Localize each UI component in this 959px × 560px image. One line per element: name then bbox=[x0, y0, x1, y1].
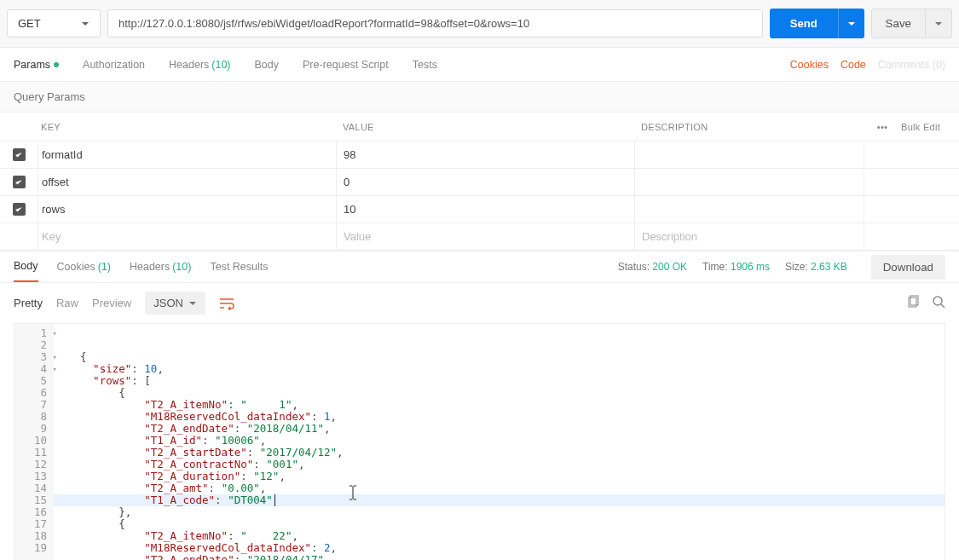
send-button[interactable]: Send bbox=[770, 9, 838, 38]
tab-label: Params bbox=[14, 59, 50, 71]
key-cell[interactable]: formatId bbox=[38, 141, 336, 168]
desc-cell[interactable] bbox=[634, 169, 864, 195]
value-cell[interactable]: 98 bbox=[336, 141, 634, 168]
tab-prerequest[interactable]: Pre-request Script bbox=[303, 48, 389, 81]
time-label: Time: bbox=[702, 261, 728, 273]
chevron-down-icon bbox=[934, 20, 943, 28]
send-more-button[interactable] bbox=[838, 9, 864, 38]
search-button[interactable] bbox=[932, 295, 945, 311]
size-value[interactable]: 2.63 KB bbox=[811, 261, 847, 273]
active-dot-icon bbox=[54, 62, 59, 67]
wrap-icon bbox=[219, 297, 234, 310]
col-value: VALUE bbox=[336, 122, 634, 132]
copy-button[interactable] bbox=[906, 295, 920, 311]
key-input[interactable]: Key bbox=[38, 223, 336, 250]
checkbox[interactable] bbox=[13, 148, 26, 161]
bulk-edit-button[interactable]: Bulk Edit bbox=[901, 122, 959, 132]
params-table: KEY VALUE DESCRIPTION ••• Bulk Edit form… bbox=[0, 112, 959, 251]
rtab-headers[interactable]: Headers(10) bbox=[130, 251, 191, 282]
save-button[interactable]: Save bbox=[871, 9, 926, 38]
search-icon bbox=[932, 295, 945, 309]
desc-cell[interactable] bbox=[634, 141, 864, 168]
value-cell[interactable]: 0 bbox=[336, 169, 634, 195]
format-value: JSON bbox=[153, 297, 183, 309]
chevron-down-icon bbox=[847, 20, 856, 28]
status-label: Status: bbox=[618, 261, 650, 273]
chevron-down-icon bbox=[81, 20, 90, 28]
copy-icon bbox=[906, 295, 920, 309]
value-cell[interactable]: 10 bbox=[336, 196, 634, 222]
response-tabs: Body Cookies(1) Headers(10) Test Results… bbox=[0, 251, 959, 283]
query-params-title: Query Params bbox=[0, 82, 959, 112]
method-value: GET bbox=[18, 17, 41, 30]
value-input[interactable]: Value bbox=[336, 223, 634, 250]
table-header: KEY VALUE DESCRIPTION ••• Bulk Edit bbox=[0, 113, 959, 141]
right-links: Cookies Code Comments (0) bbox=[790, 48, 945, 81]
tab-headers[interactable]: Headers(10) bbox=[169, 48, 230, 81]
svg-line-3 bbox=[941, 304, 945, 308]
time-value[interactable]: 1906 ms bbox=[731, 261, 770, 273]
tab-label: Headers bbox=[169, 59, 209, 71]
rtab-label: Headers bbox=[130, 261, 170, 273]
viewer-bar: Pretty Raw Preview JSON bbox=[0, 283, 959, 323]
save-button-group: Save bbox=[871, 9, 952, 38]
send-button-group: Send bbox=[770, 9, 864, 38]
col-desc: DESCRIPTION bbox=[634, 122, 864, 132]
tab-authorization[interactable]: Authorization bbox=[83, 48, 145, 81]
status-value[interactable]: 200 OK bbox=[652, 261, 687, 273]
vtab-raw[interactable]: Raw bbox=[56, 297, 78, 309]
request-tabs: Params Authorization Headers(10) Body Pr… bbox=[0, 48, 959, 82]
more-columns-button[interactable]: ••• bbox=[864, 122, 901, 132]
checkbox[interactable] bbox=[13, 203, 26, 216]
link-comments: Comments (0) bbox=[878, 59, 945, 71]
size-label: Size: bbox=[785, 261, 808, 273]
download-button[interactable]: Download bbox=[871, 255, 945, 280]
table-row-new[interactable]: Key Value Description bbox=[0, 223, 959, 251]
rtab-label: Cookies bbox=[57, 261, 95, 273]
tab-body[interactable]: Body bbox=[255, 48, 280, 81]
wrap-lines-button[interactable] bbox=[219, 297, 234, 310]
method-select[interactable]: GET bbox=[7, 9, 101, 38]
col-key: KEY bbox=[38, 122, 336, 132]
desc-input[interactable]: Description bbox=[634, 223, 864, 250]
link-code[interactable]: Code bbox=[841, 59, 866, 71]
url-input[interactable]: http://127.0.0.1:8080/jsf/rfws/ebiWidget… bbox=[107, 9, 763, 38]
format-select[interactable]: JSON bbox=[145, 292, 205, 315]
rtab-cookies[interactable]: Cookies(1) bbox=[57, 251, 111, 282]
svg-point-2 bbox=[933, 297, 942, 305]
tab-params[interactable]: Params bbox=[14, 48, 59, 81]
table-row: formatId 98 bbox=[0, 141, 959, 169]
table-row: offset 0 bbox=[0, 169, 959, 196]
vtab-preview[interactable]: Preview bbox=[92, 297, 131, 309]
request-bar: GET http://127.0.0.1:8080/jsf/rfws/ebiWi… bbox=[0, 0, 959, 48]
chevron-down-icon bbox=[188, 299, 197, 308]
response-body[interactable]: 12345678910111213141516171819 { "size": … bbox=[14, 323, 945, 560]
response-meta: Status: 200 OK Time: 1906 ms Size: 2.63 … bbox=[618, 251, 945, 282]
count-badge: (10) bbox=[211, 59, 230, 71]
checkbox[interactable] bbox=[13, 176, 26, 188]
link-cookies[interactable]: Cookies bbox=[790, 59, 829, 71]
vtab-pretty[interactable]: Pretty bbox=[14, 297, 43, 309]
rtab-test-results[interactable]: Test Results bbox=[210, 251, 268, 282]
key-cell[interactable]: rows bbox=[38, 196, 336, 222]
count-badge: (10) bbox=[172, 261, 191, 273]
table-row: rows 10 bbox=[0, 196, 959, 223]
rtab-body[interactable]: Body bbox=[14, 251, 38, 282]
key-cell[interactable]: offset bbox=[38, 169, 336, 195]
tab-tests[interactable]: Tests bbox=[413, 48, 437, 81]
desc-cell[interactable] bbox=[634, 196, 864, 222]
count-badge: (1) bbox=[98, 261, 111, 273]
save-more-button[interactable] bbox=[926, 9, 952, 38]
text-cursor-icon bbox=[309, 473, 358, 515]
